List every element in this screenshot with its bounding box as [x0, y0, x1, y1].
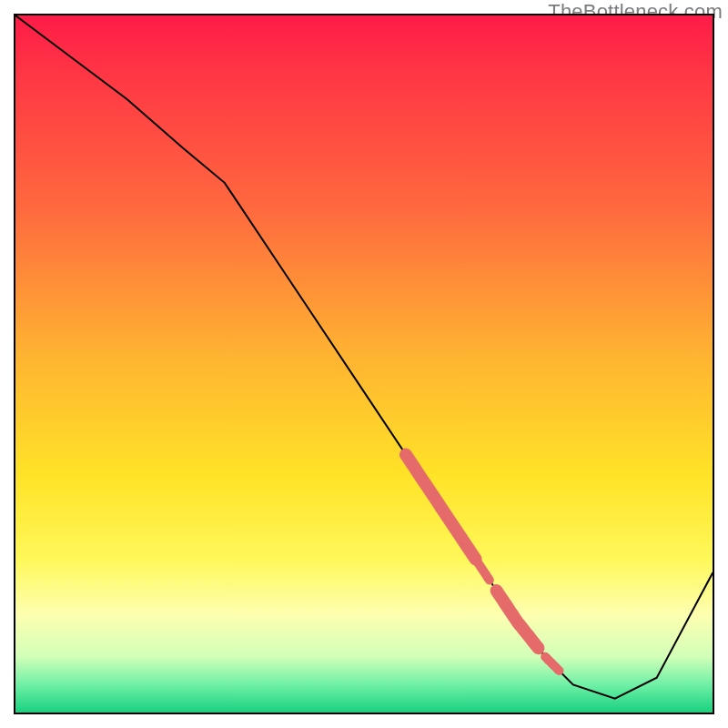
chart-stage: TheBottleneck.com [0, 0, 728, 728]
bottleneck-curve-svg [15, 15, 713, 713]
highlight-segment [545, 657, 559, 671]
highlight-segment [497, 591, 539, 648]
plot-area [14, 14, 714, 714]
bottleneck-curve-path [15, 15, 713, 699]
highlight-group [406, 455, 560, 671]
highlight-segment [476, 559, 490, 580]
highlight-segment [406, 455, 476, 560]
